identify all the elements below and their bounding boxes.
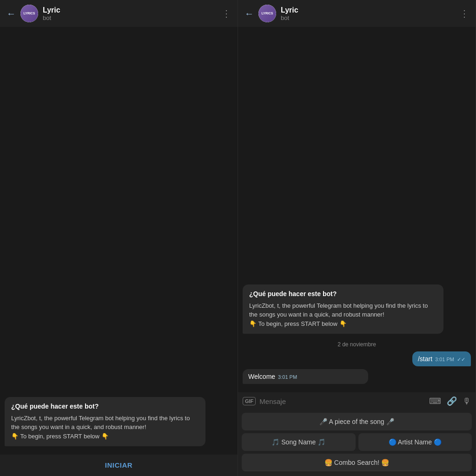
left-chat-body: ¿Qué puede hacer este bot? LyricZbot, t,… bbox=[0, 27, 238, 455]
user-start-text: /start bbox=[418, 355, 432, 363]
welcome-time: 3:01 PM bbox=[278, 374, 297, 380]
left-bot-status: bot bbox=[43, 14, 217, 21]
btn-row-combo: 🍔 Combo Search! 🍔 bbox=[242, 454, 472, 471]
left-iniciar-footer: INICIAR bbox=[0, 455, 238, 476]
user-start-message-row: /start 3:01 PM ✓✓ bbox=[243, 351, 471, 369]
right-bot-message-title: ¿Qué puede hacer este bot? bbox=[249, 290, 437, 298]
left-chat-header: ← LYRICS Lyric bot ⋮ bbox=[0, 0, 238, 27]
right-bot-name: Lyric bbox=[281, 6, 455, 14]
left-messages: ¿Qué puede hacer este bot? LyricZbot, t,… bbox=[5, 397, 233, 450]
btn-row-piece: 🎤 A piece of the song 🎤 bbox=[242, 413, 472, 430]
right-avatar: LYRICS bbox=[258, 5, 276, 22]
keyboard-icon[interactable]: ⌨ bbox=[429, 396, 441, 406]
right-back-button[interactable]: ← bbox=[245, 8, 254, 19]
combo-search-button[interactable]: 🍔 Combo Search! 🍔 bbox=[242, 454, 472, 471]
left-bot-message: ¿Qué puede hacer este bot? LyricZbot, t,… bbox=[5, 397, 205, 447]
left-bot-message-body: LyricZbot, t, the powerful Telegram bot … bbox=[11, 414, 199, 441]
song-name-button[interactable]: 🎵 Song Name 🎵 bbox=[242, 433, 356, 451]
right-chat-header: ← LYRICS Lyric bot ⋮ bbox=[238, 0, 476, 27]
attachment-icon[interactable]: 🔗 bbox=[447, 396, 457, 406]
artist-name-button[interactable]: 🔵 Artist Name 🔵 bbox=[358, 433, 472, 451]
left-back-button[interactable]: ← bbox=[7, 8, 16, 19]
message-input[interactable] bbox=[259, 397, 425, 405]
iniciar-button[interactable]: INICIAR bbox=[105, 461, 132, 469]
btn-row-song-artist: 🎵 Song Name 🎵 🔵 Artist Name 🔵 bbox=[242, 433, 472, 451]
user-start-check: ✓✓ bbox=[457, 357, 465, 363]
right-menu-icon[interactable]: ⋮ bbox=[460, 8, 469, 19]
user-start-time: 3:01 PM bbox=[435, 357, 454, 362]
left-header-info: Lyric bot bbox=[43, 6, 217, 21]
chat-buttons: 🎤 A piece of the song 🎤 🎵 Song Name 🎵 🔵 … bbox=[238, 410, 476, 476]
right-bot-intro-message: ¿Qué puede hacer este bot? LyricZbot, t,… bbox=[243, 284, 443, 334]
right-chat-body-top bbox=[243, 32, 471, 284]
welcome-text: Welcome bbox=[248, 373, 275, 380]
left-chat-body-top bbox=[5, 32, 233, 397]
left-bot-message-title: ¿Qué puede hacer este bot? bbox=[11, 403, 199, 410]
left-avatar: LYRICS bbox=[20, 5, 38, 22]
right-messages: ¿Qué puede hacer este bot? LyricZbot, t,… bbox=[243, 284, 471, 388]
left-menu-icon[interactable]: ⋮ bbox=[222, 8, 231, 19]
chat-input-area: GIF ⌨ 🔗 🎙 bbox=[238, 392, 476, 410]
right-header-info: Lyric bot bbox=[281, 6, 455, 21]
welcome-message: Welcome 3:01 PM bbox=[243, 369, 368, 384]
right-panel: ← LYRICS Lyric bot ⋮ ¿Qué puede hacer es… bbox=[238, 0, 476, 476]
left-bot-name: Lyric bbox=[43, 6, 217, 14]
gif-button[interactable]: GIF bbox=[243, 397, 256, 405]
left-avatar-inner: LYRICS bbox=[20, 5, 38, 22]
right-chat-body: ¿Qué puede hacer este bot? LyricZbot, t,… bbox=[238, 27, 476, 392]
right-bot-status: bot bbox=[281, 14, 455, 21]
left-panel: ← LYRICS Lyric bot ⋮ ¿Qué puede hacer es… bbox=[0, 0, 238, 476]
input-icons: ⌨ 🔗 🎙 bbox=[429, 396, 471, 406]
date-separator: 2 de noviembre bbox=[243, 341, 471, 348]
piece-of-song-button[interactable]: 🎤 A piece of the song 🎤 bbox=[242, 413, 472, 430]
right-avatar-inner: LYRICS bbox=[258, 5, 276, 22]
microphone-icon[interactable]: 🎙 bbox=[463, 397, 471, 406]
right-bot-message-body: LyricZbot, t, the powerful Telegram bot … bbox=[249, 301, 437, 329]
user-start-message: /start 3:01 PM ✓✓ bbox=[412, 351, 471, 366]
